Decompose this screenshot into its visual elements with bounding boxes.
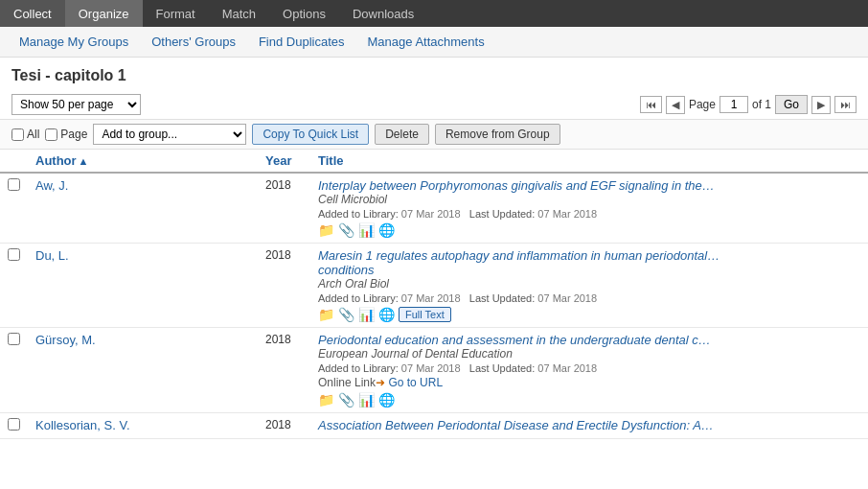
per-page-select[interactable]: Show 50 per page Show 25 per page Show 1… bbox=[11, 94, 141, 115]
table-row: Du, L.2018Maresin 1 regulates autophagy … bbox=[0, 244, 868, 328]
title-link[interactable]: Maresin 1 regulates autophagy and inflam… bbox=[318, 248, 720, 263]
subnav-others-groups[interactable]: Others' Groups bbox=[140, 35, 247, 49]
check-all-checkbox[interactable] bbox=[11, 128, 24, 141]
sub-navigation: Manage My Groups Others' Groups Find Dup… bbox=[0, 27, 868, 58]
prev-page-button[interactable]: ◀ bbox=[666, 96, 685, 114]
table-row: Gürsoy, M.2018Periodontal education and … bbox=[0, 328, 868, 413]
title-sub: conditions bbox=[318, 263, 860, 277]
row-checkbox[interactable] bbox=[8, 178, 20, 191]
globe-icon[interactable]: 🌐 bbox=[378, 222, 395, 238]
check-all-label[interactable]: All bbox=[11, 128, 39, 141]
folder-icon[interactable]: 📁 bbox=[318, 222, 334, 238]
row-checkbox[interactable] bbox=[8, 248, 20, 261]
table-row: Kollesorian, S. V.2018Association Betwee… bbox=[0, 413, 868, 439]
page-input[interactable] bbox=[720, 96, 748, 113]
remove-from-group-button[interactable]: Remove from Group bbox=[435, 124, 560, 145]
row-title: Interplay between Porphyromonas gingival… bbox=[310, 173, 868, 244]
chart-icon[interactable]: 📊 bbox=[358, 392, 375, 408]
row-checkbox[interactable] bbox=[8, 333, 20, 345]
subnav-manage-attachments[interactable]: Manage Attachments bbox=[356, 35, 496, 49]
group-select[interactable]: Add to group... bbox=[93, 124, 246, 145]
nav-format[interactable]: Format bbox=[143, 0, 209, 27]
row-author: Gürsoy, M. bbox=[28, 328, 258, 413]
row-title: Periodontal education and assessment in … bbox=[310, 328, 868, 413]
full-text-button[interactable]: Full Text bbox=[399, 307, 451, 322]
col-check bbox=[0, 150, 28, 173]
row-author: Kollesorian, S. V. bbox=[28, 413, 258, 439]
title-link[interactable]: Periodontal education and assessment in … bbox=[318, 333, 711, 347]
action-bar: All Page Add to group... Copy To Quick L… bbox=[0, 119, 868, 150]
meta-line: Added to Library: 07 Mar 2018 Last Updat… bbox=[318, 362, 860, 374]
page-label: Page bbox=[689, 98, 716, 111]
journal-name: Cell Microbiol bbox=[318, 193, 860, 206]
top-navigation: Collect Organize Format Match Options Do… bbox=[0, 0, 868, 27]
attachment-icon[interactable]: 📎 bbox=[338, 392, 354, 408]
row-checkbox-cell bbox=[0, 244, 28, 328]
chart-icon[interactable]: 📊 bbox=[358, 307, 375, 322]
author-link[interactable]: Gürsoy, M. bbox=[35, 333, 96, 347]
nav-downloads[interactable]: Downloads bbox=[339, 0, 427, 27]
pagination: ⏮ ◀ Page of 1 Go ▶ ⏭ bbox=[640, 95, 857, 114]
page-label: Page bbox=[60, 128, 87, 141]
row-year: 2018 bbox=[258, 173, 310, 244]
nav-organize[interactable]: Organize bbox=[65, 0, 143, 27]
title-link[interactable]: Interplay between Porphyromonas gingival… bbox=[318, 178, 715, 193]
folder-icon[interactable]: 📁 bbox=[318, 392, 334, 408]
icon-bar: 📁📎📊🌐 bbox=[318, 222, 860, 238]
online-link-line: Online Link➜ Go to URL bbox=[318, 376, 860, 389]
page-title: Tesi - capitolo 1 bbox=[0, 58, 868, 90]
first-page-button[interactable]: ⏮ bbox=[640, 96, 662, 113]
row-year: 2018 bbox=[258, 244, 310, 328]
author-link[interactable]: Kollesorian, S. V. bbox=[35, 418, 130, 432]
col-author[interactable]: Author▲ bbox=[28, 150, 258, 173]
row-year: 2018 bbox=[258, 328, 310, 413]
row-checkbox-cell bbox=[0, 328, 28, 413]
table-row: Aw, J.2018Interplay between Porphyromona… bbox=[0, 173, 868, 244]
check-page-checkbox[interactable] bbox=[45, 128, 57, 141]
row-author: Du, L. bbox=[28, 244, 258, 328]
chart-icon[interactable]: 📊 bbox=[358, 222, 375, 238]
meta-line: Added to Library: 07 Mar 2018 Last Updat… bbox=[318, 292, 860, 304]
next-page-button[interactable]: ▶ bbox=[811, 96, 831, 114]
row-year: 2018 bbox=[258, 413, 310, 439]
journal-name: Arch Oral Biol bbox=[318, 277, 860, 291]
toolbar: Show 50 per page Show 25 per page Show 1… bbox=[0, 90, 868, 119]
nav-options[interactable]: Options bbox=[269, 0, 339, 27]
globe-icon[interactable]: 🌐 bbox=[378, 307, 395, 322]
icon-bar: 📁📎📊🌐 bbox=[318, 392, 860, 408]
go-to-url-link[interactable]: Go to URL bbox=[388, 376, 443, 389]
attachment-icon[interactable]: 📎 bbox=[338, 222, 354, 238]
meta-line: Added to Library: 07 Mar 2018 Last Updat… bbox=[318, 208, 860, 220]
all-label: All bbox=[27, 128, 39, 141]
nav-match[interactable]: Match bbox=[209, 0, 269, 27]
row-title: Maresin 1 regulates autophagy and inflam… bbox=[310, 244, 868, 328]
subnav-find-duplicates[interactable]: Find Duplicates bbox=[247, 35, 356, 49]
icon-bar: 📁📎📊🌐Full Text bbox=[318, 307, 860, 322]
author-link[interactable]: Aw, J. bbox=[35, 178, 68, 193]
subnav-manage-my-groups[interactable]: Manage My Groups bbox=[8, 35, 140, 49]
row-checkbox-cell bbox=[0, 173, 28, 244]
of-label: of 1 bbox=[752, 98, 771, 111]
folder-icon[interactable]: 📁 bbox=[318, 307, 334, 322]
check-page-label[interactable]: Page bbox=[45, 128, 87, 141]
row-title: Association Between Periodontal Disease … bbox=[310, 413, 868, 439]
globe-icon[interactable]: 🌐 bbox=[378, 392, 395, 408]
author-link[interactable]: Du, L. bbox=[35, 248, 69, 263]
go-button[interactable]: Go bbox=[775, 95, 808, 114]
col-year[interactable]: Year bbox=[258, 150, 310, 173]
row-checkbox-cell bbox=[0, 413, 28, 439]
reference-table: Author▲ Year Title Aw, J.2018Interplay b… bbox=[0, 150, 868, 439]
copy-quick-list-button[interactable]: Copy To Quick List bbox=[252, 124, 369, 145]
row-author: Aw, J. bbox=[28, 173, 258, 244]
journal-name: European Journal of Dental Education bbox=[318, 347, 860, 361]
nav-collect[interactable]: Collect bbox=[0, 0, 65, 27]
row-checkbox[interactable] bbox=[8, 418, 20, 431]
title-link[interactable]: Association Between Periodontal Disease … bbox=[318, 418, 714, 432]
last-page-button[interactable]: ⏭ bbox=[834, 96, 857, 113]
delete-button[interactable]: Delete bbox=[375, 124, 429, 145]
col-title[interactable]: Title bbox=[310, 150, 868, 173]
attachment-icon[interactable]: 📎 bbox=[338, 307, 354, 322]
